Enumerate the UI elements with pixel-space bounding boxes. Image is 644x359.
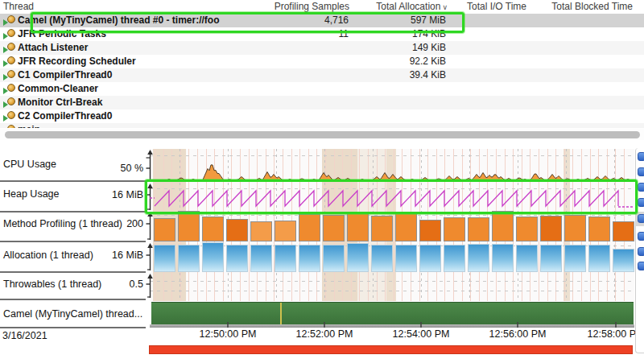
method-profiling-bar	[371, 216, 393, 241]
running-thread-icon	[3, 97, 17, 108]
method-profiling-bar	[588, 217, 610, 241]
allocation-bar	[564, 245, 586, 272]
running-thread-icon	[3, 84, 17, 94]
allocation-bar	[444, 245, 465, 272]
timeline-row-label[interactable]: Allocation (1 thread)	[3, 250, 93, 261]
running-thread-icon	[3, 43, 17, 53]
panel-item-icon[interactable]	[638, 247, 644, 256]
column-header-total-allocation[interactable]: Total Allocation∨	[376, 1, 448, 12]
axis-tick-label: 200	[126, 218, 143, 229]
total-allocation-value: 92.2 KiB	[410, 56, 446, 67]
thread-name: C1 CompilerThread0	[18, 69, 112, 80]
method-profiling-bar	[419, 220, 441, 241]
panel-item-icon[interactable]	[638, 198, 644, 207]
thread-name: C2 CompilerThread0	[18, 110, 112, 122]
date-label: 3/16/2021	[2, 330, 47, 341]
axis-tick-label: 16 MiB	[112, 250, 143, 261]
table-row[interactable]: C2 CompilerThread0	[0, 109, 644, 123]
table-row[interactable]: JFR Recording Scheduler92.2 KiB	[0, 55, 644, 68]
method-profiling-bar	[275, 221, 296, 241]
camel-thread-state-bar	[151, 302, 634, 325]
running-thread-icon	[3, 29, 17, 39]
table-row[interactable]: Common-Cleaner	[0, 82, 644, 96]
method-profiling-bar	[564, 215, 586, 241]
time-tick-label: 12:52:00 PM	[296, 328, 353, 340]
axis-tick-label: 0.5	[130, 279, 143, 290]
panel-item-icon[interactable]	[638, 214, 644, 223]
allocation-bar	[202, 242, 224, 272]
method-profiling-bar	[250, 221, 272, 241]
allocation-bar	[613, 249, 634, 272]
allocation-bar	[588, 245, 610, 272]
allocation-bar	[178, 245, 200, 272]
method-profiling-bar	[226, 219, 248, 241]
row-separator	[0, 299, 146, 300]
column-header-total-blocked-time[interactable]: Total Blocked Time	[551, 1, 633, 12]
row-separator	[0, 271, 146, 273]
thread-name: main	[18, 124, 40, 128]
allocation-bar	[250, 245, 272, 272]
panel-item-icon[interactable]	[638, 152, 644, 161]
panel-item-icon[interactable]	[638, 167, 644, 176]
table-row[interactable]: C1 CompilerThread039.4 KiB	[0, 68, 644, 82]
timeline-row-label[interactable]: Heap Usage	[3, 188, 60, 200]
table-row[interactable]: Attach Listener149 KiB	[0, 41, 644, 55]
table-row[interactable]: Monitor Ctrl-Break	[0, 96, 644, 109]
profiler-window: ThreadProfiling SamplesTotal Allocation∨…	[0, 0, 644, 359]
allocation-bar	[395, 245, 417, 272]
timeline-row-label[interactable]: Method Profiling (1 thread)	[3, 218, 122, 229]
panel-item-icon[interactable]	[638, 183, 644, 192]
allocation-bar	[323, 245, 345, 272]
column-header-thread[interactable]: Thread	[3, 1, 34, 12]
allocation-bar	[371, 245, 393, 272]
thread-name: JFR Recording Scheduler	[18, 56, 136, 67]
total-allocation-value: 39.4 KiB	[410, 69, 446, 80]
allocation-bar	[419, 245, 441, 272]
method-profiling-bars	[152, 211, 636, 241]
sort-descending-icon: ∨	[442, 3, 448, 11]
method-profiling-bar	[299, 214, 320, 241]
timeline-row-label[interactable]: Camel (MyTinyCamel) thread...	[3, 308, 142, 320]
table-scrollbar-thumb[interactable]	[5, 131, 640, 138]
running-thread-icon	[3, 70, 17, 80]
annotation-box-selected-thread	[31, 12, 464, 33]
panel-item-icon[interactable]	[638, 262, 644, 270]
method-profiling-bar	[613, 221, 634, 241]
thread-name: Monitor Ctrl-Break	[18, 97, 102, 108]
column-header-profiling-samples[interactable]: Profiling Samples	[275, 1, 349, 12]
allocation-bar	[275, 245, 296, 272]
method-profiling-bar	[492, 211, 514, 241]
method-profiling-bar	[202, 217, 224, 241]
method-profiling-bar	[323, 215, 345, 241]
thread-name: Common-Cleaner	[18, 83, 98, 94]
timeline-row-label[interactable]: Throwables (1 thread)	[3, 279, 101, 290]
time-tick-label: 12:50:00 PM	[200, 328, 257, 340]
time-axis-baseline	[150, 324, 634, 328]
method-profiling-bar	[347, 213, 369, 241]
panel-item-icon[interactable]	[638, 232, 644, 241]
method-profiling-bar	[516, 217, 538, 241]
method-profiling-bar	[444, 217, 465, 241]
method-profiling-bar	[154, 218, 175, 241]
row-separator	[0, 327, 146, 328]
allocation-bar	[226, 245, 248, 272]
running-thread-icon	[3, 125, 17, 128]
table-horizontal-scrollbar[interactable]	[0, 129, 644, 140]
method-profiling-bar	[468, 217, 489, 241]
allocation-bars	[152, 242, 636, 272]
timeline-scrollbar-thumb[interactable]	[149, 345, 633, 354]
column-header-total-i-o-time[interactable]: Total I/O Time	[467, 1, 526, 12]
allocation-bar	[154, 245, 175, 272]
total-allocation-value: 149 KiB	[412, 42, 446, 53]
allocation-bar	[299, 245, 320, 272]
allocation-bar	[492, 244, 514, 272]
running-thread-icon	[3, 15, 17, 26]
allocation-bar	[347, 243, 369, 272]
time-tick-label: 12:54:00 PM	[393, 328, 450, 340]
table-row[interactable]: main	[0, 123, 644, 128]
timeline-row-label[interactable]: CPU Usage	[3, 159, 56, 170]
running-thread-icon	[3, 56, 17, 67]
right-side-panel	[635, 148, 644, 353]
horizontal-gridline	[150, 291, 634, 291]
horizontal-gridline	[150, 281, 634, 282]
